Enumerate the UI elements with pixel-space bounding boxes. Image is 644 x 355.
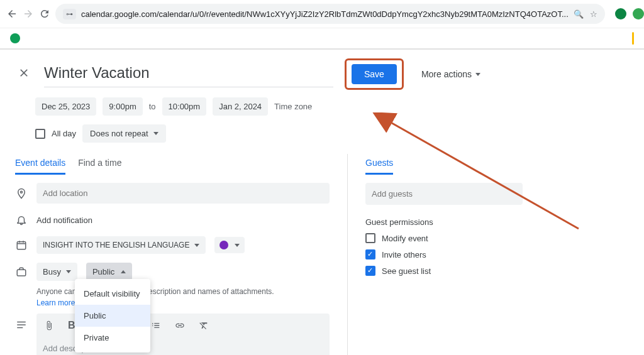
allday-row: All day Does not repeat — [35, 124, 629, 143]
timezone-button[interactable]: Time zone — [274, 102, 312, 111]
forward-button[interactable] — [23, 6, 34, 21]
seelist-label: See guest list — [382, 266, 431, 276]
briefcase-icon — [15, 266, 28, 278]
add-notification-button[interactable]: Add notification — [36, 216, 92, 225]
edge-indicator — [632, 32, 634, 45]
save-highlight-box: Save — [345, 58, 404, 90]
busy-label: Busy — [43, 267, 61, 276]
back-button[interactable] — [6, 6, 18, 21]
datetime-row: Dec 25, 2023 9:00pm to 10:00pm Jan 2, 20… — [35, 97, 629, 116]
end-time-chip[interactable]: 10:00pm — [162, 97, 207, 116]
close-icon[interactable] — [15, 64, 33, 84]
clear-format-icon[interactable] — [196, 318, 211, 333]
start-date-chip[interactable]: Dec 25, 2023 — [35, 97, 96, 116]
more-actions-label: More actions — [421, 69, 472, 79]
description-row: B I U Add description — [15, 314, 330, 355]
address-bar[interactable]: ⊶ calendar.google.com/calendar/u/0/r/eve… — [55, 4, 605, 24]
location-icon — [15, 187, 28, 200]
tab-guests[interactable]: Guests — [365, 154, 393, 175]
repeat-label: Does not repeat — [90, 129, 148, 138]
bookmark-icon[interactable] — [10, 33, 20, 43]
zoom-icon[interactable]: 🔍 — [574, 9, 584, 19]
column-divider — [347, 154, 348, 355]
reload-button[interactable] — [39, 6, 50, 21]
perm-seelist-row: See guest list — [365, 266, 523, 276]
chevron-down-icon — [66, 270, 71, 273]
browser-navigation: ⊶ calendar.google.com/calendar/u/0/r/eve… — [0, 0, 644, 28]
star-icon[interactable]: ☆ — [590, 9, 597, 19]
location-input[interactable] — [36, 183, 330, 204]
svg-rect-0 — [17, 242, 26, 249]
visibility-dropdown[interactable]: Public — [86, 263, 132, 281]
link-icon[interactable] — [172, 318, 187, 333]
url-text: calendar.google.com/calendar/u/0/r/event… — [81, 9, 569, 19]
event-title-input[interactable] — [44, 62, 333, 87]
add-guests-input[interactable] — [365, 183, 523, 205]
seelist-checkbox[interactable] — [365, 266, 375, 276]
start-time-chip[interactable]: 9:00pm — [103, 97, 142, 116]
calendar-name: INSIGHT INTO THE ENGLISH LANGUAGE — [43, 241, 189, 249]
event-editor-page: Save More actions Dec 25, 2023 9:00pm to… — [0, 50, 644, 355]
tab-find-time[interactable]: Find a time — [78, 154, 121, 175]
allday-checkbox[interactable] — [35, 129, 45, 139]
visibility-menu: Default visibility Public Private — [75, 279, 150, 352]
right-column: Guests Guest permissions Modify event In… — [365, 154, 523, 355]
perm-modify-row: Modify event — [365, 233, 523, 243]
visibility-label: Public — [92, 267, 114, 276]
tab-event-details[interactable]: Event details — [15, 154, 65, 175]
menu-item-default[interactable]: Default visibility — [75, 283, 150, 305]
numbered-list-icon[interactable] — [148, 318, 164, 333]
location-row — [15, 183, 330, 204]
chevron-up-icon — [121, 270, 126, 273]
chevron-down-icon — [475, 73, 480, 76]
end-date-chip[interactable]: Jan 2, 2024 — [213, 97, 268, 116]
modify-label: Modify event — [382, 234, 428, 243]
menu-item-private[interactable]: Private — [75, 327, 150, 349]
chevron-down-icon — [235, 244, 240, 247]
repeat-dropdown[interactable]: Does not repeat — [82, 124, 166, 143]
attachment-icon[interactable] — [42, 318, 57, 333]
modify-checkbox[interactable] — [365, 233, 375, 243]
extension-green1-icon[interactable] — [615, 8, 626, 19]
left-column: Event details Find a time Add notificati… — [15, 154, 330, 355]
calendar-selector[interactable]: INSIGHT INTO THE ENGLISH LANGUAGE — [36, 236, 206, 254]
site-settings-icon[interactable]: ⊶ — [63, 9, 76, 19]
to-label: to — [149, 102, 156, 111]
page-header: Save More actions — [15, 58, 629, 90]
bookmark-bar — [0, 28, 644, 50]
availability-row: Busy Public — [15, 263, 330, 281]
svg-rect-1 — [17, 270, 26, 276]
guests-tabs: Guests — [365, 154, 523, 175]
detail-tabs: Event details Find a time — [15, 154, 330, 175]
invite-label: Invite others — [382, 250, 426, 259]
save-button[interactable]: Save — [352, 64, 397, 84]
perm-invite-row: Invite others — [365, 249, 523, 259]
busy-dropdown[interactable]: Busy — [36, 263, 77, 281]
calendar-row: INSIGHT INTO THE ENGLISH LANGUAGE — [15, 236, 330, 254]
more-actions-button[interactable]: More actions — [415, 65, 487, 83]
notes-icon — [15, 319, 28, 331]
calendar-icon — [15, 239, 28, 251]
invite-checkbox[interactable] — [365, 249, 375, 259]
chevron-down-icon — [153, 132, 158, 135]
bell-icon — [15, 214, 28, 226]
extensions-area: f? — [610, 7, 644, 21]
extension-green2-icon[interactable] — [633, 8, 644, 19]
notification-row: Add notification — [15, 212, 330, 227]
color-selector[interactable] — [214, 237, 245, 253]
allday-label: All day — [52, 129, 76, 138]
color-dot-icon — [219, 241, 228, 249]
guest-permissions-title: Guest permissions — [365, 217, 523, 227]
menu-item-public[interactable]: Public — [75, 305, 150, 327]
chevron-down-icon — [194, 244, 199, 247]
